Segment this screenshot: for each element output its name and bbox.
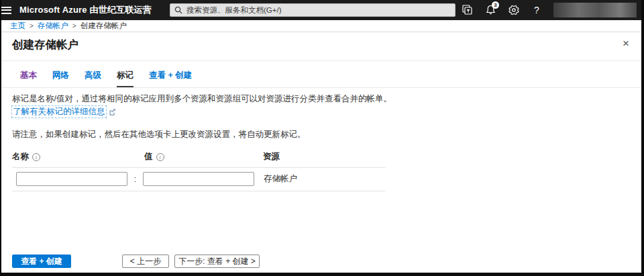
close-button[interactable]: ×	[620, 38, 632, 50]
search-input[interactable]	[170, 3, 455, 17]
account-info-redacted	[553, 3, 637, 17]
notification-badge: 3	[492, 1, 499, 9]
name-info-icon[interactable]: i	[32, 153, 40, 161]
tags-table: 名称 i 值 i 资源 : 存储帐户	[12, 151, 385, 191]
hamburger-icon	[1, 5, 11, 15]
external-link-icon	[109, 108, 116, 116]
tags-tab-content: 标记是名称/值对，通过将相同的标记应用到多个资源和资源组可以对资源进行分类并查看…	[1, 88, 641, 191]
wizard-footer: 查看 + 创建 < 上一步 下一步: 查看 + 创建 >	[1, 255, 641, 269]
search-icon	[174, 6, 182, 14]
breadcrumb-separator: >	[30, 22, 34, 30]
brand-logo: Microsoft Azure 由世纪互联运营	[19, 4, 152, 16]
breadcrumb-separator: >	[72, 22, 76, 30]
tags-description: 标记是名称/值对，通过将相同的标记应用到多个资源和资源组可以对资源进行分类并查看…	[12, 94, 631, 104]
learn-more-link[interactable]: 了解有关标记的详细信息	[12, 106, 106, 118]
review-create-button[interactable]: 查看 + 创建	[12, 255, 71, 268]
directory-filter-button[interactable]	[458, 0, 478, 20]
gear-icon	[508, 5, 519, 15]
name-column-header: 名称 i	[12, 151, 144, 163]
previous-button[interactable]: < 上一步	[122, 255, 169, 268]
value-info-icon[interactable]: i	[156, 153, 164, 161]
tag-row: : 存储帐户	[12, 168, 385, 191]
next-button[interactable]: 下一步: 查看 + 创建 >	[174, 255, 260, 268]
topbar-actions: 3 ?	[455, 0, 644, 20]
tags-table-header: 名称 i 值 i 资源	[12, 151, 385, 168]
learn-more-row: 了解有关标记的详细信息	[12, 106, 631, 118]
tag-resource-value: 存储帐户	[264, 173, 297, 185]
help-icon: ?	[534, 5, 539, 15]
tab-advanced[interactable]: 高级	[85, 61, 101, 87]
breadcrumb-current: 创建存储帐户	[80, 21, 127, 31]
tag-name-input[interactable]	[16, 172, 127, 186]
page-title: 创建存储帐户	[12, 38, 78, 52]
tab-basics[interactable]: 基本	[20, 61, 37, 87]
close-icon: ×	[623, 37, 629, 50]
tab-bar: 基本 网络 高级 标记 查看 + 创建	[1, 61, 641, 88]
tab-networking[interactable]: 网络	[52, 61, 69, 87]
help-button[interactable]: ?	[527, 0, 547, 20]
global-search	[170, 3, 455, 17]
tag-value-input[interactable]	[143, 172, 254, 186]
breadcrumb-home[interactable]: 主页	[10, 21, 25, 31]
hamburger-menu-button[interactable]	[1, 0, 11, 20]
notifications-button[interactable]: 3	[481, 0, 501, 20]
value-column-header: 值 i	[144, 151, 263, 163]
settings-button[interactable]	[504, 0, 524, 20]
colon-separator: :	[127, 175, 143, 184]
page-header: 创建存储帐户 ×	[1, 32, 641, 61]
tab-review-create[interactable]: 查看 + 创建	[149, 61, 192, 87]
tags-note: 请注意，如果创建标记，然后在其他选项卡上更改资源设置，将自动更新标记。	[12, 129, 631, 140]
breadcrumb-storage-accounts[interactable]: 存储帐户	[38, 21, 68, 31]
tab-tags[interactable]: 标记	[117, 61, 133, 87]
resource-column-header: 资源	[263, 151, 385, 163]
breadcrumb: 主页 > 存储帐户 > 创建存储帐户	[1, 20, 641, 32]
top-bar: Microsoft Azure 由世纪互联运营 3	[1, 0, 641, 20]
azure-portal-window: Microsoft Azure 由世纪互联运营 3	[0, 0, 644, 276]
directory-filter-icon	[462, 5, 474, 15]
